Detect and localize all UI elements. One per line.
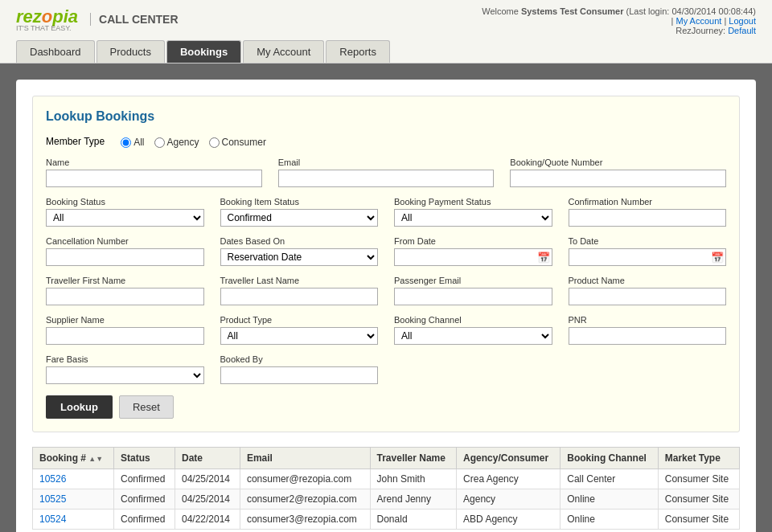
pnr-group: PNR bbox=[569, 315, 727, 345]
member-type-label: Member Type bbox=[46, 136, 105, 147]
dates-based-on-group: Dates Based On Reservation Date Travel D… bbox=[220, 236, 379, 266]
logo: rezopia IT'S THAT EASY. bbox=[16, 6, 78, 32]
booking-channel-select[interactable]: All Online Call Center bbox=[394, 327, 552, 345]
tab-bookings[interactable]: Bookings bbox=[166, 40, 241, 63]
my-account-link[interactable]: My Account bbox=[676, 16, 722, 26]
cell-traveller: John Smith bbox=[370, 469, 457, 489]
col-booking-channel: Booking Channel bbox=[561, 448, 658, 469]
to-date-input[interactable] bbox=[569, 248, 727, 266]
cell-market-type: Consumer Site bbox=[658, 509, 739, 530]
form-row-3: Booking Status All Confirmed Cancelled P… bbox=[46, 197, 726, 227]
main-content: Lookup Bookings Member Type All Agency C… bbox=[0, 63, 772, 532]
table-body: 10526 Confirmed 04/25/2014 consumer@rezo… bbox=[33, 469, 740, 530]
booked-by-label: Booked By bbox=[220, 354, 379, 364]
to-date-icon[interactable]: 📅 bbox=[711, 252, 724, 264]
product-type-select[interactable]: All Flight Hotel Car Tour bbox=[220, 327, 379, 345]
traveller-first-input[interactable] bbox=[46, 288, 204, 305]
radio-agency[interactable] bbox=[154, 137, 165, 148]
radio-all[interactable] bbox=[121, 137, 131, 148]
fare-basis-select[interactable] bbox=[46, 366, 204, 384]
email-input[interactable] bbox=[278, 170, 495, 187]
cell-email: consumer@rezopia.com bbox=[240, 469, 370, 489]
lookup-title: Lookup Bookings bbox=[46, 109, 726, 124]
from-date-wrapper: 📅 bbox=[394, 248, 552, 266]
cell-status: Confirmed bbox=[114, 509, 175, 530]
booking-item-status-label: Booking Item Status bbox=[220, 197, 379, 207]
email-label: Email bbox=[278, 158, 495, 167]
booking-link[interactable]: 10524 bbox=[39, 514, 66, 525]
cell-market-type: Consumer Site bbox=[658, 489, 739, 509]
col-booking-num[interactable]: Booking # ▲▼ bbox=[33, 448, 114, 469]
pnr-label: PNR bbox=[569, 315, 727, 325]
booked-by-group: Booked By bbox=[220, 354, 379, 384]
reset-button[interactable]: Reset bbox=[119, 395, 174, 419]
cell-date: 04/25/2014 bbox=[175, 469, 240, 489]
tab-dashboard[interactable]: Dashboard bbox=[16, 40, 95, 63]
call-center-label: CALL CENTER bbox=[90, 13, 179, 26]
product-name-input[interactable] bbox=[569, 288, 727, 305]
default-link[interactable]: Default bbox=[728, 26, 756, 35]
confirmation-number-group: Confirmation Number bbox=[569, 197, 727, 227]
cell-email: consumer2@rezopia.com bbox=[240, 489, 370, 509]
passenger-email-label: Passenger Email bbox=[394, 276, 552, 285]
product-type-group: Product Type All Flight Hotel Car Tour bbox=[220, 315, 379, 345]
cell-agency-consumer: ABD Agency bbox=[457, 509, 561, 530]
confirmation-number-input[interactable] bbox=[569, 209, 727, 227]
booking-quote-label: Booking/Quote Number bbox=[510, 158, 726, 167]
sort-arrows-icon: ▲▼ bbox=[88, 455, 103, 463]
booking-payment-group: Booking Payment Status All Paid Unpaid bbox=[394, 197, 552, 227]
from-date-input[interactable] bbox=[394, 248, 552, 266]
radio-agency-label[interactable]: Agency bbox=[154, 137, 199, 148]
from-date-icon[interactable]: 📅 bbox=[537, 252, 550, 264]
logo-area: rezopia IT'S THAT EASY. CALL CENTER bbox=[16, 6, 179, 32]
cell-booking-channel: Online bbox=[561, 489, 658, 509]
radio-consumer-label[interactable]: Consumer bbox=[209, 137, 266, 148]
booking-status-select[interactable]: All Confirmed Cancelled Pending bbox=[46, 209, 204, 227]
radio-all-label[interactable]: All bbox=[121, 137, 144, 148]
rezjourney-label: RezJourney: bbox=[676, 26, 725, 35]
supplier-name-input[interactable] bbox=[46, 327, 204, 345]
booking-payment-select[interactable]: All Paid Unpaid bbox=[394, 209, 552, 227]
cell-market-type: Consumer Site bbox=[658, 469, 739, 489]
pnr-input[interactable] bbox=[569, 327, 727, 345]
nav-tabs: Dashboard Products Bookings My Account R… bbox=[16, 40, 756, 63]
supplier-name-label: Supplier Name bbox=[46, 315, 204, 325]
product-name-group: Product Name bbox=[569, 276, 727, 305]
form-row-4: Cancellation Number Dates Based On Reser… bbox=[46, 236, 726, 266]
booking-quote-input[interactable] bbox=[510, 170, 726, 187]
results-table: Booking # ▲▼ Status Date Email Traveller… bbox=[32, 447, 740, 530]
booked-by-input[interactable] bbox=[220, 366, 379, 384]
cell-booking-channel: Online bbox=[561, 509, 658, 530]
passenger-email-input[interactable] bbox=[394, 288, 552, 305]
table-row: 10525 Confirmed 04/25/2014 consumer2@rez… bbox=[33, 489, 740, 509]
name-input[interactable] bbox=[46, 170, 262, 187]
fare-basis-group: Fare Basis bbox=[46, 354, 204, 384]
booking-item-status-select[interactable]: All Confirmed Cancelled bbox=[220, 209, 379, 227]
traveller-first-label: Traveller First Name bbox=[46, 276, 204, 285]
cancellation-number-input[interactable] bbox=[46, 248, 204, 266]
welcome-text: Welcome bbox=[482, 6, 521, 16]
tab-my-account[interactable]: My Account bbox=[243, 40, 324, 63]
name-group: Name bbox=[46, 158, 262, 187]
traveller-last-input[interactable] bbox=[220, 288, 379, 305]
cancellation-number-group: Cancellation Number bbox=[46, 236, 204, 266]
form-row-7: Fare Basis Booked By bbox=[46, 354, 726, 384]
dates-based-on-select[interactable]: Reservation Date Travel Date Modified Da… bbox=[220, 248, 379, 266]
form-row-5: Traveller First Name Traveller Last Name… bbox=[46, 276, 726, 305]
tab-reports[interactable]: Reports bbox=[326, 40, 390, 63]
radio-consumer[interactable] bbox=[209, 137, 220, 148]
tab-products[interactable]: Products bbox=[96, 40, 165, 63]
booking-link[interactable]: 10525 bbox=[39, 493, 66, 505]
cell-traveller: Donald bbox=[370, 509, 457, 530]
fare-basis-label: Fare Basis bbox=[46, 354, 204, 364]
lookup-button[interactable]: Lookup bbox=[46, 395, 113, 419]
member-type-row: Member Type All Agency Consumer bbox=[46, 135, 726, 148]
table-row: 10526 Confirmed 04/25/2014 consumer@rezo… bbox=[33, 469, 740, 489]
booking-status-group: Booking Status All Confirmed Cancelled P… bbox=[46, 197, 204, 227]
to-date-wrapper: 📅 bbox=[569, 248, 727, 266]
logout-link[interactable]: Logout bbox=[729, 16, 756, 26]
dates-based-on-label: Dates Based On bbox=[220, 236, 379, 246]
from-date-group: From Date 📅 bbox=[394, 236, 552, 266]
traveller-last-label: Traveller Last Name bbox=[220, 276, 379, 285]
booking-link[interactable]: 10526 bbox=[39, 473, 66, 485]
